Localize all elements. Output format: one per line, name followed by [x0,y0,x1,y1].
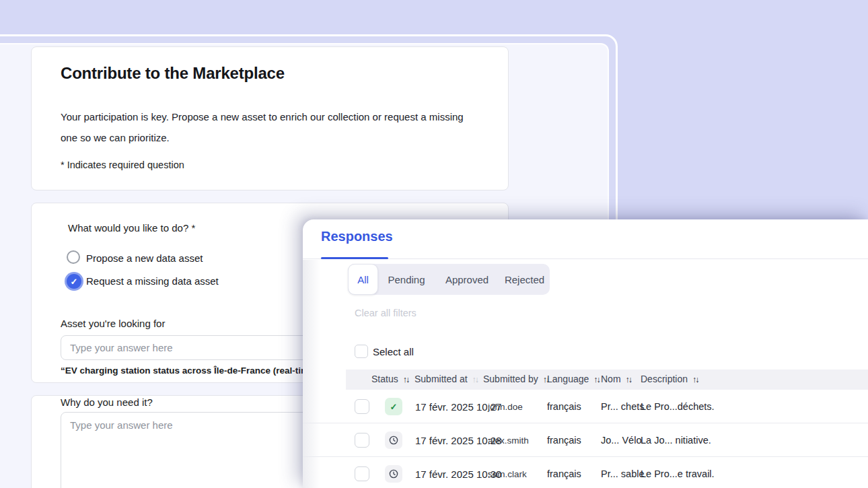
form-description: Your participation is key. Propose a new… [61,106,464,148]
sort-icon[interactable] [692,375,698,384]
cell-description: La Jo... nitiative. [641,435,711,446]
column-label-submitted-by: Submitted by [483,374,538,384]
form-title: Contribute to the Marketplace [61,64,285,83]
status-filter-tabs: All Pending Approved Rejected [348,264,550,295]
cell-language: français [547,468,581,479]
tab-pending[interactable]: Pending [378,264,435,295]
tab-rejected[interactable]: Rejected [499,264,550,295]
cell-description: Le Pro...e travail. [641,468,715,479]
pending-status-icon [385,431,402,449]
column-header-nom[interactable]: Nom [601,374,631,384]
column-label-description: Description [641,374,688,384]
select-all-checkbox[interactable] [355,345,368,358]
column-label-nom: Nom [601,374,621,384]
column-label-submitted-at: Submitted at [414,374,468,384]
row-checkbox[interactable] [355,399,369,414]
tab-all[interactable]: All [348,264,378,295]
sort-icon[interactable] [403,375,409,384]
responses-title: Responses [321,229,393,244]
radio-label-request[interactable]: Request a missing data asset [86,275,219,287]
active-section-underline [321,257,388,259]
question-label-why-need: Why do you need it? [61,396,153,408]
radio-label-propose[interactable]: Propose a new data asset [86,252,203,264]
cell-language: français [547,435,581,446]
cell-nom: Pr... chets [601,401,644,412]
table-row: 17 févr. 2025 10:27 john.doe français Pr… [303,390,868,423]
question-label-asset-looking-for: Asset you're looking for [61,318,165,329]
cell-description: Le Pro...déchets. [641,401,715,412]
column-header-language[interactable]: Language [547,374,600,384]
responses-panel: Responses All Pending Approved Rejected … [303,219,868,488]
required-question-note: * Indicates required question [61,160,184,170]
approved-status-icon [385,398,402,415]
cell-language: français [547,401,581,412]
column-header-description[interactable]: Description [641,374,698,384]
column-label-language: Language [547,374,589,384]
sort-icon[interactable] [626,375,632,384]
cell-nom: Jo... Vélo [601,435,641,446]
sort-icon[interactable] [472,375,478,384]
cell-nom: Pr... sable [601,468,644,479]
select-all-label[interactable]: Select all [373,346,414,357]
column-header-status[interactable]: Status [371,374,408,384]
column-header-submitted-by[interactable]: Submitted by [483,374,548,384]
pending-status-icon [385,465,402,483]
form-description-line2: one so we can prioritize. [61,127,464,148]
tab-approved[interactable]: Approved [435,264,499,295]
cell-submitted-by: john.doe [488,402,523,412]
column-label-status: Status [371,374,398,384]
radio-request-missing-asset-selected[interactable] [67,274,81,289]
row-checkbox[interactable] [355,466,369,481]
column-header-submitted-at[interactable]: Submitted at [414,374,478,384]
table-row: 17 févr. 2025 10:30 sam.clark français P… [303,457,868,488]
table-row: 17 févr. 2025 10:28 alex.smith français … [303,423,868,457]
cell-submitted-by: alex.smith [488,435,529,446]
radio-propose-new-asset[interactable] [67,250,80,264]
question-label-what-to-do: What would you like to do? * [68,222,195,234]
form-description-line1: Your participation is key. Propose a new… [61,106,464,127]
cell-submitted-by: sam.clark [488,469,527,479]
sort-icon[interactable] [593,375,600,384]
row-checkbox[interactable] [355,433,369,448]
clear-all-filters-link[interactable]: Clear all filters [355,308,417,318]
